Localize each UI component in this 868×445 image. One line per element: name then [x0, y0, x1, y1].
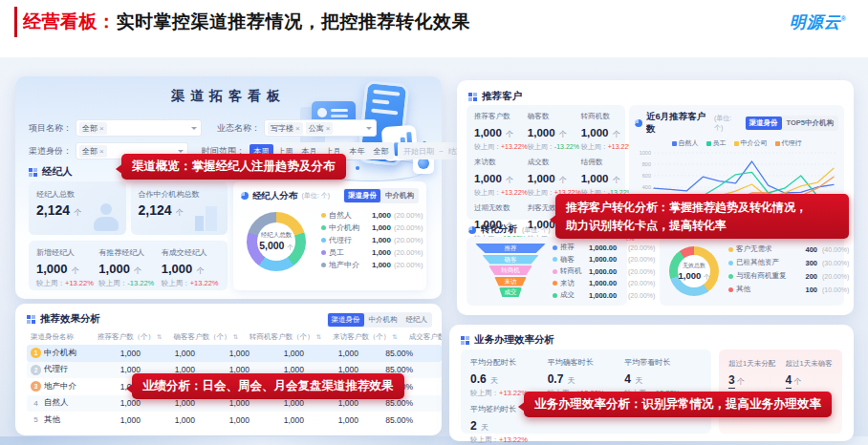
stat-value: 1,000 个: [474, 123, 528, 140]
legend-name: 已租其他资产: [736, 258, 795, 267]
column-label: 来访客户数（个）: [333, 332, 392, 341]
chip-close-icon[interactable]: ×: [99, 124, 104, 133]
legend-name: 确客: [560, 255, 586, 265]
conversion-funnel-card: 推荐确客转商机来访成交 推荐1,000.00(20.00%)确客1,000.00…: [467, 237, 627, 306]
toggle-option[interactable]: TOP5中介机构: [783, 117, 837, 130]
legend-pct: (20.00%): [628, 256, 655, 263]
stat-label: 有成交经纪人: [162, 247, 220, 258]
row-value-cell: 1,000: [206, 398, 261, 408]
brand-logo: 明源云®: [790, 11, 847, 33]
sort-icon[interactable]: ⇅: [157, 333, 162, 341]
column-header-sortable[interactable]: 转商机客户数（个） ⇅: [250, 332, 333, 342]
legend-item: 代理行1,000(20.00%): [321, 235, 423, 244]
legend-pct: (10.00%): [822, 286, 849, 293]
callout-conversion-analysis: 推荐客户转化分析：掌握推荐趋势及转化情况，助力识别转化卡点，提高转化率: [555, 194, 849, 239]
stat-label: 结佣数: [581, 158, 635, 167]
business-chip[interactable]: 写字楼×: [268, 122, 303, 135]
row-name: 中介机构: [44, 348, 76, 359]
section-effect: 推荐效果分析: [27, 312, 100, 326]
legend-value: 200: [798, 272, 817, 281]
wow-value: +13.22%: [190, 279, 219, 287]
trend-legend-item[interactable]: 员工: [706, 138, 727, 148]
row-value-cell: 1,000: [206, 349, 261, 358]
row-value-cell: 1,000: [98, 398, 152, 408]
chip-close-icon[interactable]: ×: [99, 147, 104, 156]
stat-cell: 成交数1,000 个较上周：+13.22%: [528, 158, 581, 198]
row-name: 其他: [44, 414, 60, 426]
stat-label: 过期无效数: [474, 203, 528, 213]
stat-value: 4 天: [624, 370, 702, 387]
toggle-option[interactable]: 中介机构: [381, 189, 418, 202]
column-header-sortable[interactable]: 成交客户数（个） ⇅: [409, 332, 442, 342]
column-header-sortable[interactable]: 确客客户数（个） ⇅: [174, 332, 250, 342]
toggle-selected[interactable]: 渠道身份: [746, 117, 782, 130]
toggle-selected[interactable]: 渠道身份: [328, 313, 364, 327]
column-label: 确客客户数（个）: [174, 332, 233, 341]
pie-icon: [635, 119, 642, 127]
chip-close-icon[interactable]: ×: [295, 124, 300, 133]
stat-value: 1,000 个: [98, 260, 157, 277]
legend-pct: (20.00%): [628, 244, 655, 251]
toggle-option[interactable]: 经纪人: [402, 313, 432, 327]
time-option[interactable]: 本年: [345, 144, 369, 159]
medal-bronze-icon: 3: [31, 381, 41, 392]
legend-pct: (20.00%): [394, 248, 423, 257]
legend-dot: [728, 247, 733, 252]
trend-legend-item[interactable]: 代理行: [775, 138, 802, 148]
row-name-cell: 4自然人: [27, 397, 98, 409]
legend-value: 400: [798, 245, 817, 254]
legend-name: 转商机: [560, 266, 586, 276]
legend-name: 员工: [329, 247, 369, 258]
trend-legend-item[interactable]: 自然人: [672, 138, 699, 148]
project-select[interactable]: 全部×: [76, 119, 202, 137]
project-chip[interactable]: 全部×: [79, 122, 107, 135]
column-header-name: 渠道身份名称: [27, 332, 98, 342]
column-header-sortable[interactable]: 推荐客户数（个） ⇅: [98, 332, 174, 342]
legend-name: 其他: [736, 285, 795, 294]
panel-channel-dashboard: 渠道拓客看板 项目名称： 全部× 业态名称： 写字楼× 公寓× 渠道身份：: [15, 76, 442, 299]
section-referral: 推荐客户: [468, 90, 522, 103]
trend-title: 近6月推荐客户数: [646, 111, 710, 136]
sort-icon[interactable]: ⇅: [316, 333, 321, 341]
row-value-cell: 1,000: [261, 415, 315, 425]
trend-legend-item[interactable]: 中介公司: [734, 138, 768, 148]
legend-name: 客户无需求: [736, 244, 795, 254]
legend-item: 已租其他资产300(30.00%): [728, 258, 849, 267]
sort-icon[interactable]: ⇅: [233, 333, 238, 341]
alert-label: 超过1天未确客: [786, 359, 834, 369]
stat-value: 1,000 个: [36, 260, 95, 277]
stat-label: 成交数: [528, 158, 581, 167]
stat-wow: 较上周：+13.22%: [162, 279, 220, 288]
start-date[interactable]: 开始日期: [403, 146, 434, 157]
business-select[interactable]: 写字楼× 公寓×: [264, 119, 377, 137]
distribution-toggles: 渠道身份中介机构: [343, 188, 419, 203]
row-rank: 4: [31, 399, 41, 408]
row-name-cell: 3地产中介: [27, 381, 98, 392]
chip-close-icon[interactable]: ×: [326, 124, 331, 133]
time-option[interactable]: 全部: [369, 144, 393, 159]
section-referral-title: 推荐客户: [482, 90, 522, 103]
section-efficiency: 业务办理效率分析: [461, 333, 554, 347]
invalid-legend: 客户无需求400(40.00%)已租其他资产300(30.00%)与现有商机重复…: [728, 244, 849, 294]
column-header-sortable[interactable]: 来访客户数（个） ⇅: [333, 332, 409, 342]
sort-icon[interactable]: ⇅: [392, 333, 397, 341]
callout-channel-overview: 渠道概览：掌握经纪人注册趋势及分布: [121, 154, 346, 180]
row-value-cell: 85.00%: [370, 398, 424, 408]
identity-chip[interactable]: 全部×: [79, 145, 107, 158]
toggle-selected[interactable]: 渠道身份: [344, 189, 380, 202]
donut-center-label: 无效总数 1,000 个: [669, 246, 719, 296]
legend-dot: [553, 281, 557, 286]
legend-value: 1,000.00: [589, 291, 625, 300]
grid-icon: [468, 93, 477, 101]
toggle-option[interactable]: 中介机构: [365, 313, 401, 327]
row-value-cell: 1,000: [152, 349, 206, 358]
business-chip[interactable]: 公寓×: [306, 122, 334, 135]
legend-dot: [321, 263, 326, 267]
stat-label: 有推荐经纪人: [98, 247, 157, 258]
stat-cell: 转商机数1,000 个较上周：+13.22%: [581, 112, 635, 152]
stat-value: 1,000 个: [528, 123, 581, 140]
svg-text:800: 800: [642, 161, 651, 167]
legend-swatch: [706, 141, 711, 146]
stat-wow: 较上周：+13.22%: [474, 142, 528, 152]
stat-label: 转商机数: [581, 112, 635, 121]
